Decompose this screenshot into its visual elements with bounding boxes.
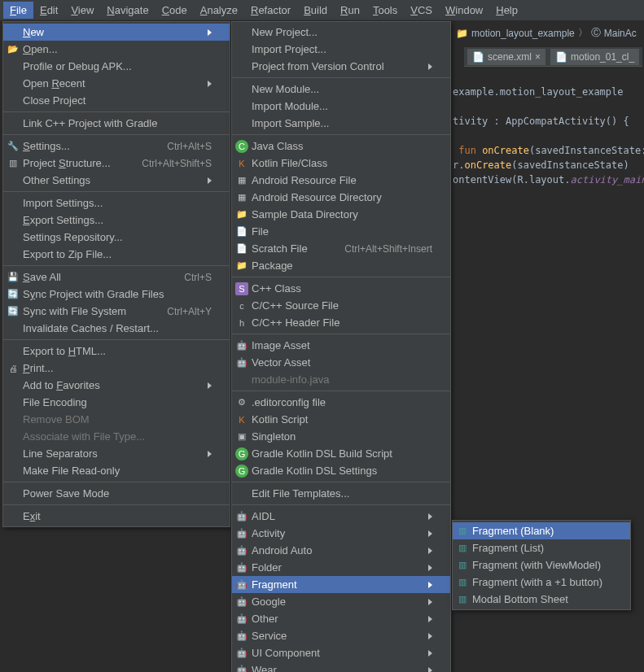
- menubar-item-view[interactable]: View: [64, 2, 100, 19]
- new-menu-c-c-header-file[interactable]: hC/C++ Header File: [232, 314, 450, 331]
- menubar-item-run[interactable]: Run: [334, 2, 366, 19]
- new-menu-gradle-kotlin-dsl-build-script[interactable]: GGradle Kotlin DSL Build Script: [232, 445, 450, 462]
- scratch-file-icon: 📄: [235, 242, 248, 255]
- file-menu-open-recent[interactable]: Open Recent: [3, 75, 230, 92]
- file-menu-export-to-html[interactable]: Export to HTML...: [3, 343, 230, 360]
- new-menu-ui-component[interactable]: 🤖UI Component: [232, 644, 450, 661]
- fragment-menu-modal-bottom-sheet[interactable]: ▥Modal Bottom Sheet: [453, 591, 630, 608]
- new-menu-image-asset[interactable]: 🤖Image Asset: [232, 337, 450, 354]
- menu-item-label: Import Module...: [252, 100, 432, 112]
- file-menu-sync-project-with-gradle-files[interactable]: 🔄Sync Project with Gradle Files: [3, 286, 230, 303]
- fragment-menu-fragment-blank[interactable]: ▥Fragment (Blank): [453, 522, 630, 539]
- activity-icon: 🤖: [235, 527, 248, 540]
- menubar-item-build[interactable]: Build: [297, 2, 334, 19]
- new-menu-c-class[interactable]: SC++ Class: [232, 280, 450, 297]
- new-menu-new-module[interactable]: New Module...: [232, 81, 450, 98]
- menu-item-label: C++ Class: [252, 282, 432, 295]
- new-menu-package[interactable]: 📁Package: [232, 257, 450, 274]
- new-menu-sample-data-directory[interactable]: 📁Sample Data Directory: [232, 206, 450, 223]
- new-menu-android-resource-directory[interactable]: ▦Android Resource Directory: [232, 189, 450, 206]
- new-menu-new-project[interactable]: New Project...: [232, 24, 450, 41]
- new-menu-import-project[interactable]: Import Project...: [232, 41, 450, 58]
- new-menu-c-c-source-file[interactable]: cC/C++ Source File: [232, 297, 450, 314]
- new-menu-singleton[interactable]: ▣Singleton: [232, 428, 450, 445]
- file-menu-open[interactable]: 📂Open...: [3, 41, 230, 58]
- menu-item-label: Export to HTML...: [23, 345, 212, 357]
- file-menu-print[interactable]: 🖨Print...: [3, 360, 230, 377]
- fragment-menu-fragment-with-viewmodel[interactable]: ▥Fragment (with ViewModel): [453, 556, 630, 574]
- new-menu-separator: [232, 482, 450, 482]
- close-icon[interactable]: ×: [535, 51, 541, 63]
- file-menu-file-encoding[interactable]: File Encoding: [3, 394, 230, 411]
- new-menu-android-resource-file[interactable]: ▦Android Resource File: [232, 172, 450, 189]
- file-menu-profile-or-debug-apk[interactable]: Profile or Debug APK...: [3, 58, 230, 75]
- breadcrumb-file[interactable]: Ⓒ MainAc: [591, 26, 637, 40]
- new-menu-android-auto[interactable]: 🤖Android Auto: [232, 542, 450, 559]
- new-menu-google[interactable]: 🤖Google: [232, 593, 450, 610]
- tab-scene-xml[interactable]: 📄 scene.xml ×: [467, 49, 545, 65]
- file-menu-close-project[interactable]: Close Project: [3, 92, 230, 109]
- new-menu-aidl[interactable]: 🤖AIDL: [232, 508, 450, 525]
- file-menu-save-all[interactable]: 💾Save AllCtrl+S: [3, 268, 230, 286]
- new-menu-project-from-version-control[interactable]: Project from Version Control: [232, 58, 450, 75]
- new-menu-kotlin-script[interactable]: KKotlin Script: [232, 411, 450, 428]
- menu-item-label: New: [23, 26, 198, 38]
- menubar-item-help[interactable]: Help: [489, 2, 524, 19]
- new-menu-service[interactable]: 🤖Service: [232, 627, 450, 644]
- file-menu-line-separators[interactable]: Line Separators: [3, 445, 230, 462]
- file-menu-export-settings[interactable]: Export Settings...: [3, 212, 230, 229]
- new-menu-kotlin-file-class[interactable]: KKotlin File/Class: [232, 155, 450, 172]
- menubar-item-analyze[interactable]: Analyze: [194, 2, 244, 19]
- new-menu-file[interactable]: 📄File: [232, 223, 450, 240]
- new-menu-edit-file-templates[interactable]: Edit File Templates...: [232, 485, 450, 502]
- code-editor[interactable]: example.motion_layout_example tivity : A…: [453, 70, 644, 187]
- new-menu-other[interactable]: 🤖Other: [232, 610, 450, 627]
- menu-item-label: Fragment (with ViewModel): [472, 559, 612, 571]
- file-menu-new[interactable]: New: [3, 24, 230, 41]
- file-menu-make-file-read-only[interactable]: Make File Read-only: [3, 462, 230, 479]
- new-menu-gradle-kotlin-dsl-settings[interactable]: GGradle Kotlin DSL Settings: [232, 462, 450, 479]
- new-menu-wear[interactable]: 🤖Wear: [232, 661, 450, 672]
- new-menu-import-sample[interactable]: Import Sample...: [232, 115, 450, 132]
- new-menu-vector-asset[interactable]: 🤖Vector Asset: [232, 354, 450, 371]
- menubar-item-edit[interactable]: Edit: [33, 2, 64, 19]
- menu-item-label: Link C++ Project with Gradle: [23, 117, 212, 129]
- new-menu-folder[interactable]: 🤖Folder: [232, 559, 450, 576]
- open-icon: 📂: [7, 43, 20, 56]
- file-menu-link-c-project-with-gradle[interactable]: Link C++ Project with Gradle: [3, 115, 230, 132]
- file-menu-power-save-mode[interactable]: Power Save Mode: [3, 485, 230, 502]
- file-menu-invalidate-caches-restart[interactable]: Invalidate Caches / Restart...: [3, 320, 230, 337]
- menu-item-label: Other: [252, 613, 418, 625]
- menubar-item-file[interactable]: File: [3, 2, 33, 19]
- breadcrumb-folder[interactable]: 📁 motion_layout_example: [456, 28, 575, 39]
- menu-item-label: Project from Version Control: [252, 60, 418, 72]
- gradle-kotlin-dsl-settings-icon: G: [235, 465, 248, 478]
- file-menu-sync-with-file-system[interactable]: 🔄Sync with File SystemCtrl+Alt+Y: [3, 303, 230, 320]
- fragment-icon: ▥: [456, 542, 469, 555]
- menubar-item-code[interactable]: Code: [156, 2, 194, 19]
- menubar-item-tools[interactable]: Tools: [366, 2, 404, 19]
- file-menu-settings-repository[interactable]: Settings Repository...: [3, 229, 230, 246]
- tab-motion[interactable]: 📄 motion_01_cl_: [550, 49, 639, 65]
- file-menu-settings[interactable]: 🔧Settings...Ctrl+Alt+S: [3, 137, 230, 155]
- new-menu-activity[interactable]: 🤖Activity: [232, 525, 450, 542]
- new-menu-editorconfig-file[interactable]: ⚙.editorconfig file: [232, 394, 450, 411]
- file-menu-project-structure[interactable]: ▥Project Structure...Ctrl+Alt+Shift+S: [3, 155, 230, 172]
- file-menu-export-to-zip-file[interactable]: Export to Zip File...: [3, 246, 230, 263]
- menubar-item-window[interactable]: Window: [439, 2, 489, 19]
- fragment-menu-fragment-list[interactable]: ▥Fragment (List): [453, 539, 630, 556]
- menubar-item-navigate[interactable]: Navigate: [100, 2, 155, 19]
- menu-item-label: Sync with File System: [23, 305, 151, 317]
- fragment-menu-fragment-with-a-1-button[interactable]: ▥Fragment (with a +1 button): [453, 574, 630, 591]
- new-menu-scratch-file[interactable]: 📄Scratch FileCtrl+Alt+Shift+Insert: [232, 240, 450, 257]
- file-menu-import-settings[interactable]: Import Settings...: [3, 194, 230, 212]
- new-menu-fragment[interactable]: 🤖Fragment: [232, 576, 450, 593]
- menubar-item-vcs[interactable]: VCS: [404, 2, 439, 19]
- file-menu-other-settings[interactable]: Other Settings: [3, 172, 230, 189]
- new-menu-java-class[interactable]: CJava Class: [232, 137, 450, 155]
- file-menu-exit[interactable]: Exit: [3, 508, 230, 525]
- menubar-item-refactor[interactable]: Refactor: [244, 2, 297, 19]
- menu-item-label: Singleton: [252, 430, 432, 443]
- new-menu-import-module[interactable]: Import Module...: [232, 98, 450, 115]
- file-menu-add-to-favorites[interactable]: Add to Favorites: [3, 377, 230, 394]
